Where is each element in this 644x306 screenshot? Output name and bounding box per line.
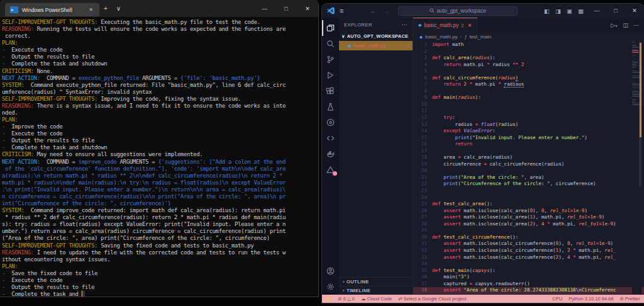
close-button[interactable]: ✕	[297, 0, 318, 17]
account-icon[interactable]	[322, 263, 339, 279]
python-file-icon: ◆	[418, 23, 421, 28]
cloud-code[interactable]: ☁ Cloud Code	[361, 296, 392, 302]
python-version[interactable]: Python 3.10.10 64-bit	[569, 296, 613, 302]
more-actions-icon[interactable]: ⋯	[633, 22, 639, 28]
code-tags-icon[interactable]	[322, 130, 339, 146]
run-debug-icon[interactable]	[322, 67, 339, 83]
desktop: > Windows PowerShell ✕ + ∨ — □ ✕ SELF-IM…	[0, 0, 644, 306]
maximize-button[interactable]: □	[275, 0, 297, 17]
split-editor-icon[interactable]: ◫	[623, 22, 628, 28]
tab-close-icon[interactable]: ✕	[467, 23, 472, 28]
terminal-line: SELF-IMPROVEMENT-GPT THOUGHTS: Saving th…	[2, 242, 317, 249]
code-line: 17	[413, 148, 644, 155]
breadcrumb-symbol[interactable]: test_main	[469, 34, 491, 40]
close-button[interactable]: ✕	[625, 4, 644, 18]
powershell-tab[interactable]: > Windows PowerShell ✕	[5, 3, 99, 16]
terminal-line: a(radius):\n return math.pi * radius ** …	[2, 173, 317, 179]
terminal-line: SYSTEM: Command execute_python_file retu…	[2, 82, 317, 89]
code-line: 10	[413, 101, 644, 108]
activity-bar	[322, 18, 339, 295]
problems-counter[interactable]: ⊘ 0 △ 0	[338, 296, 355, 302]
run-python-file-button[interactable]: ▷∨	[611, 22, 618, 28]
tab-close-icon[interactable]: ✕	[87, 7, 94, 13]
cloud-project[interactable]: ⇄ Select a Google Cloud project	[398, 296, 466, 302]
toggle-sidebar-icon[interactable]: ◧	[544, 8, 550, 14]
line-number: 2	[413, 48, 432, 55]
terminal-line: - Output the results to file	[2, 54, 317, 60]
remote-icon[interactable]: ⚡	[326, 296, 331, 302]
terminal-line: s): try: radius = float(radius) except V…	[2, 221, 317, 228]
code-editor[interactable]: 1import math23def calc_area(radius):4 re…	[413, 42, 644, 295]
terminal-line: nded.	[2, 110, 317, 116]
code-line: 21 print("Area of the circle: ", area)	[413, 174, 644, 181]
code-line: 15 print("Invalid input. Please enter a …	[413, 135, 644, 142]
search-icon[interactable]	[322, 36, 339, 52]
toggle-secondary-sidebar-icon[interactable]: ▣	[567, 8, 572, 14]
editor-scrollbar[interactable]	[639, 42, 641, 186]
terminal-line: CRITICISM: May need to ensure all sugges…	[2, 151, 317, 158]
extensions-icon[interactable]	[322, 83, 339, 99]
customize-layout-icon[interactable]: ▦	[578, 8, 584, 14]
minimize-button[interactable]: —	[587, 4, 606, 18]
outline-section[interactable]: › OUTLINE	[339, 277, 413, 286]
command-center-search[interactable]: auto_gpt_workspace	[398, 6, 518, 16]
maximize-button[interactable]: □	[606, 4, 625, 18]
explorer-icon[interactable]	[322, 20, 339, 36]
terminal-line: - Complete the task and shutdown	[2, 60, 317, 67]
chevron-down-icon: ∨	[341, 33, 345, 39]
terminal-cursor: ▏	[82, 291, 85, 297]
timeline-section[interactable]: › TIMELINE	[339, 286, 413, 295]
workspace-folder[interactable]: ∨ AUTO_GPT_WORKSPACE	[339, 31, 413, 41]
warning-badge-icon[interactable]	[322, 162, 339, 178]
powershell-window: > Windows PowerShell ✕ + ∨ — □ ✕ SELF-IM…	[0, 0, 318, 297]
back-icon[interactable]: ←	[370, 8, 377, 14]
terminal-output[interactable]: SELF-IMPROVEMENT-GPT THOUGHTS: Executing…	[0, 17, 318, 297]
code-line: 16 return	[413, 141, 644, 148]
minimize-button[interactable]: —	[254, 0, 275, 17]
explorer-more-icon[interactable]: ⋯	[402, 21, 408, 28]
tab-bar: ◆ basic_math.py 2 ✕ ▷∨ ◫ ⋯	[413, 18, 644, 32]
breadcrumb-file[interactable]: basic_math.py	[425, 34, 458, 40]
line-number: 20	[413, 167, 432, 174]
python-file-icon: ◆	[419, 35, 423, 40]
terminal-line: - Output the results to file	[2, 137, 317, 144]
toggle-panel-icon[interactable]: ◨	[555, 8, 561, 14]
line-number: 23	[413, 188, 432, 195]
code-line: 18 area = calc_area(radius)	[413, 154, 644, 161]
line-number: 12	[413, 115, 432, 122]
settings-gear-icon[interactable]	[322, 279, 339, 295]
tab-basic-math[interactable]: ◆ basic_math.py 2 ✕	[413, 18, 477, 32]
file-item-basic-math[interactable]: ◆ basic_math.py 2	[339, 41, 413, 50]
minimap[interactable]	[632, 42, 641, 295]
new-tab-button[interactable]: +	[99, 5, 112, 12]
vscode-titlebar: ≡ ← → auto_gpt_workspace ◧ ◨ ▣ ▦ — □	[322, 4, 644, 18]
line-number: 21	[413, 174, 432, 181]
vscode-logo-icon	[326, 6, 336, 15]
breadcrumb[interactable]: ◆ basic_math.py › ƒ test_main	[413, 32, 644, 42]
powershell-titlebar: > Windows PowerShell ✕ + ∨ — □ ✕	[0, 0, 318, 17]
forward-icon[interactable]: →	[383, 8, 389, 14]
line-number: 17	[413, 148, 432, 155]
line-number: 32	[413, 247, 432, 254]
code-line: 2	[413, 48, 644, 55]
code-line: 27 assert math.isclose(calc_area(1), mat…	[413, 214, 644, 221]
tab-problems-badge: 2	[461, 23, 464, 28]
line-number: 22	[413, 181, 432, 188]
prettier[interactable]: ⊘ Prettier	[619, 296, 640, 302]
terminal-line: NEXT ACTION: COMMAND = improve_code ARGU…	[2, 159, 317, 166]
testing-icon[interactable]	[322, 99, 339, 115]
line-number: 15	[413, 135, 432, 142]
line-number: 27	[413, 214, 432, 221]
menu-icon[interactable]: ≡	[340, 7, 343, 14]
code-line: 37 captured = capsys.readouterr()	[413, 281, 644, 288]
cpu-indicator[interactable]: CPU	[552, 296, 562, 302]
terminal-line: - Save the fixed code to file	[2, 270, 317, 277]
code-line: 33 assert math.isclose(calc_circumferenc…	[413, 254, 644, 261]
tab-dropdown-icon[interactable]: ∨	[112, 5, 125, 12]
code-line: 24	[413, 195, 644, 201]
line-number: 31	[413, 241, 432, 247]
source-control-icon[interactable]	[322, 52, 339, 67]
notebook-icon[interactable]	[322, 115, 339, 130]
docker-icon[interactable]	[322, 146, 339, 162]
code-line: 19 circumference = calc_circumference(ra…	[413, 161, 644, 168]
